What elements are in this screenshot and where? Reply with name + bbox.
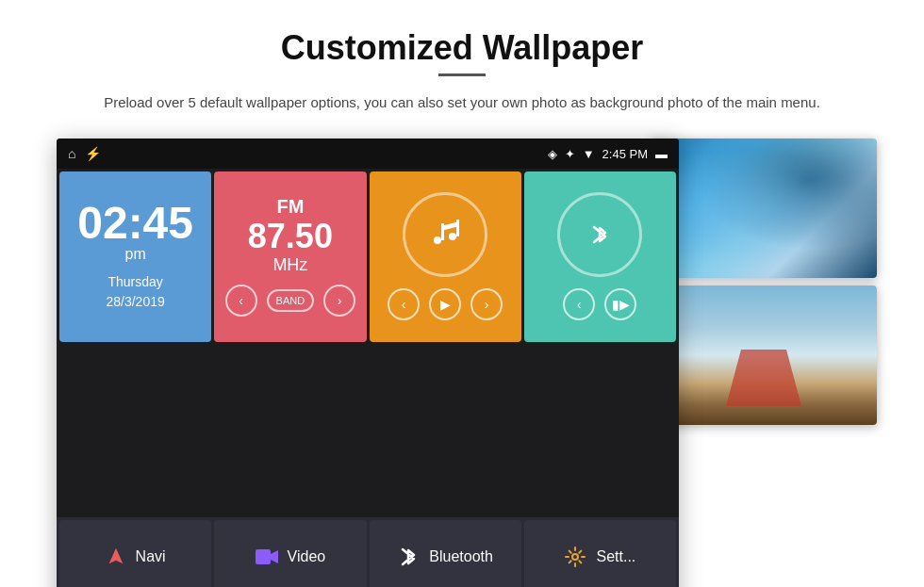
device-screen: ⌂ ⚡ ◈ ✦ ▼ 2:45 PM ▬ 02:45 xyxy=(57,139,679,587)
bluetooth-tile[interactable]: ‹ ▮▶ xyxy=(524,171,676,342)
fm-tile[interactable]: FM 87.50 MHz ‹ BAND › xyxy=(214,171,366,342)
status-time: 2:45 PM xyxy=(602,147,648,161)
nav-tile-video[interactable]: Video xyxy=(214,520,366,587)
battery-icon: ▬ xyxy=(655,147,668,161)
usb-icon: ⚡ xyxy=(85,146,101,161)
bt-icon xyxy=(588,221,611,248)
clock-time: 02:45 xyxy=(77,201,193,246)
title-underline xyxy=(438,73,486,76)
clock-date: Thursday 28/3/2019 xyxy=(106,272,164,312)
status-bar-right: ◈ ✦ ▼ 2:45 PM ▬ xyxy=(548,147,668,161)
bt-circle xyxy=(557,192,642,277)
fm-prev-button[interactable]: ‹ xyxy=(225,285,257,317)
music-circle xyxy=(403,192,487,277)
fm-label: FM xyxy=(276,196,304,218)
music-play-button[interactable]: ▶ xyxy=(429,288,461,320)
status-bar: ⌂ ⚡ ◈ ✦ ▼ 2:45 PM ▬ xyxy=(57,139,679,169)
fm-controls: ‹ BAND › xyxy=(225,285,356,317)
music-icon xyxy=(428,214,462,256)
main-area: ⌂ ⚡ ◈ ✦ ▼ 2:45 PM ▬ 02:45 xyxy=(57,139,867,587)
settings-label: Sett... xyxy=(596,548,635,565)
bt-play-button[interactable]: ▮▶ xyxy=(604,288,636,320)
svg-point-1 xyxy=(449,233,456,240)
page-subtitle: Preload over 5 default wallpaper options… xyxy=(57,91,867,114)
wallpaper-bridge xyxy=(651,285,877,425)
svg-point-5 xyxy=(572,554,578,560)
music-controls: ‹ ▶ › xyxy=(388,288,503,320)
page-title: Customized Wallpaper xyxy=(57,28,867,68)
music-next-button[interactable]: › xyxy=(470,288,503,320)
navi-icon xyxy=(106,546,126,567)
fm-band-button[interactable]: BAND xyxy=(267,289,315,312)
clock-ampm: pm xyxy=(125,246,146,263)
svg-point-0 xyxy=(434,236,441,244)
status-bar-left: ⌂ ⚡ xyxy=(68,146,101,161)
video-label: Video xyxy=(288,548,326,565)
music-tile[interactable]: ‹ ▶ › xyxy=(370,171,521,342)
location-icon: ◈ xyxy=(548,147,557,161)
fm-next-button[interactable]: › xyxy=(323,285,355,317)
page-container: Customized Wallpaper Preload over 5 defa… xyxy=(0,0,924,587)
bluetooth-nav-icon xyxy=(397,544,420,570)
nav-tile-navi[interactable]: Navi xyxy=(59,520,211,587)
navi-label: Navi xyxy=(136,548,166,565)
app-grid: 02:45 pm Thursday 28/3/2019 FM 87.50 MHz xyxy=(57,169,679,517)
video-icon xyxy=(256,548,278,565)
settings-icon xyxy=(564,546,586,568)
nav-tile-bluetooth[interactable]: Bluetooth xyxy=(370,520,521,587)
home-icon: ⌂ xyxy=(68,146,75,161)
fm-frequency: 87.50 xyxy=(248,218,333,255)
wallpaper-ice xyxy=(651,139,877,278)
fm-unit: MHz xyxy=(272,255,307,275)
wifi-icon: ▼ xyxy=(583,147,595,161)
nav-area: Navi Video Bluetooth Sett... xyxy=(57,517,679,587)
bt-controls: ‹ ▮▶ xyxy=(563,288,636,320)
main-content: ⌂ ⚡ ◈ ✦ ▼ 2:45 PM ▬ 02:45 xyxy=(57,139,867,587)
bluetooth-label: Bluetooth xyxy=(429,548,493,565)
wallpaper-images xyxy=(651,139,877,425)
bluetooth-status-icon: ✦ xyxy=(565,147,575,161)
music-prev-button[interactable]: ‹ xyxy=(388,288,420,320)
clock-tile[interactable]: 02:45 pm Thursday 28/3/2019 xyxy=(59,171,211,342)
nav-tile-settings[interactable]: Sett... xyxy=(524,520,676,587)
bt-prev-button[interactable]: ‹ xyxy=(563,288,595,320)
svg-rect-4 xyxy=(256,549,271,564)
